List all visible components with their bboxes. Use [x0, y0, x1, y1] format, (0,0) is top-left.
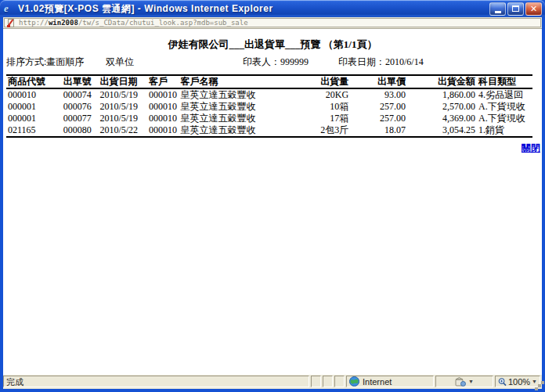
report-table: 商品代號 出單號 出貨日期 客戶 客戶名稱 出貨量 出單價 出貨金額 科目類型 … [6, 74, 532, 138]
security-status-icon [455, 377, 466, 387]
cell-account-type: 4.劣品退回 [477, 88, 532, 101]
window-controls: ✕ [489, 2, 542, 16]
cell-quantity: 17箱 [298, 113, 350, 124]
cell-ship-date: 2010/5/19 [98, 88, 147, 101]
table-row: 000010 000074 2010/5/19 000010 皇英立達五穀豐收 … [6, 88, 532, 101]
report-title: 伊娃有限公司___出退貨單___預覽 （第1/1頁） [3, 38, 542, 50]
zoom-dropdown-arrow-icon: ▼ [532, 379, 537, 384]
status-text-panel: 完成 [3, 376, 309, 387]
security-status-panel[interactable]: ▼ [435, 376, 493, 387]
status-spacer-panel [311, 376, 321, 387]
cell-amount: 1,860.00 [407, 88, 477, 101]
cell-account-type: A.下貨現收 [477, 113, 532, 124]
cell-order-no: 000077 [62, 113, 99, 124]
security-dropdown-arrow-icon: ▼ [468, 379, 474, 384]
cell-quantity: 10箱 [298, 101, 350, 113]
cell-quantity: 20KG [298, 88, 350, 101]
cell-ship-date: 2010/5/19 [98, 113, 147, 124]
close-link-row: 關閉 [3, 140, 542, 154]
header-row: 商品代號 出單號 出貨日期 客戶 客戶名稱 出貨量 出單價 出貨金額 科目類型 [6, 75, 532, 88]
cell-product-code: 021165 [6, 124, 62, 137]
cell-amount: 4,369.00 [407, 113, 477, 124]
cell-unit-price: 93.00 [350, 88, 407, 101]
col-header-ship-date: 出貨日期 [98, 75, 147, 88]
page-icon [7, 19, 16, 27]
cell-order-no: 000076 [62, 101, 99, 113]
url-host: win2008 [49, 19, 78, 27]
print-date-info: 印表日期：2010/6/14 [338, 56, 424, 67]
printer-value: 999999 [280, 56, 309, 67]
report-meta: 排序方式:畫面順序 双单位 印表人：999999 印表日期：2010/6/14 [3, 56, 542, 67]
cell-customer-name: 皇英立達五穀豐收 [179, 124, 298, 137]
document-area: 伊娃有限公司___出退貨單___預覽 （第1/1頁） 排序方式:畫面順序 双单位… [3, 29, 542, 374]
cell-order-no: 000074 [62, 88, 99, 101]
col-header-customer-name: 客戶名稱 [179, 75, 298, 88]
minimize-icon [495, 11, 501, 13]
title-bar[interactable]: e V1.02預覽[X-POS 雲通網] - Windows Internet … [0, 0, 545, 17]
table-row: 021165 000080 2010/5/22 000010 皇英立達五穀豐收 … [6, 124, 532, 137]
zoom-control-panel[interactable]: 100% ▼ [495, 376, 540, 387]
url-text: http://win2008/tw/s_CData/chutui_look.as… [19, 19, 248, 27]
printer-info: 印表人：999999 [243, 56, 309, 67]
maximize-button[interactable] [507, 2, 524, 16]
dual-unit-label: 双单位 [106, 56, 134, 67]
cell-customer: 000010 [147, 88, 179, 101]
col-header-product-code: 商品代號 [6, 75, 62, 88]
cell-ship-date: 2010/5/22 [98, 124, 147, 137]
close-report-link[interactable]: 關閉 [522, 142, 540, 153]
cell-product-code: 000001 [6, 101, 62, 113]
window-title: V1.02預覽[X-POS 雲通網] - Windows Internet Ex… [18, 0, 489, 17]
col-header-quantity: 出貨量 [298, 75, 350, 88]
cell-customer: 000010 [147, 113, 179, 124]
cell-amount: 3,054.25 [407, 124, 477, 137]
cell-product-code: 000010 [6, 88, 62, 101]
cell-product-code: 000001 [6, 113, 62, 124]
close-icon: ✕ [530, 5, 537, 13]
cell-quantity: 2包3斤 [298, 124, 350, 137]
status-spacer-panel [334, 376, 345, 387]
cell-customer-name: 皇英立達五穀豐收 [179, 113, 298, 124]
col-header-order-no: 出單號 [62, 75, 99, 88]
maximize-icon [512, 5, 519, 12]
close-button[interactable]: ✕ [525, 2, 542, 16]
cell-customer: 000010 [147, 101, 179, 113]
url-scheme: http:// [19, 19, 49, 27]
cell-customer-name: 皇英立達五穀豐收 [179, 88, 298, 101]
cell-unit-price: 257.00 [350, 101, 407, 113]
address-bar: http://win2008/tw/s_CData/chutui_look.as… [3, 17, 542, 29]
globe-icon [349, 376, 359, 387]
col-header-customer: 客戶 [147, 75, 179, 88]
status-text: 完成 [6, 376, 23, 387]
cell-account-type: 1.銷貨 [477, 124, 532, 137]
print-date-label: 印表日期： [338, 56, 385, 67]
cell-unit-price: 18.07 [350, 124, 407, 137]
ie-logo-icon: e [4, 3, 15, 14]
cell-unit-price: 257.00 [350, 113, 407, 124]
printer-label: 印表人： [243, 56, 280, 67]
col-header-unit-price: 出單價 [350, 75, 407, 88]
resize-grip[interactable] [538, 384, 541, 387]
zone-label: Internet [363, 376, 392, 387]
table-row: 000001 000076 2010/5/19 000010 皇英立達五穀豐收 … [6, 101, 532, 113]
cell-ship-date: 2010/5/19 [98, 101, 147, 113]
status-spacer-panel [323, 376, 333, 387]
status-bar: 完成 Internet ▼ [3, 374, 542, 389]
url-path: /tw/s_CData/chutui_look.asp?mdb=sub_sale [78, 19, 248, 27]
cell-amount: 2,570.00 [407, 101, 477, 113]
cell-account-type: A.下貨現收 [477, 101, 532, 113]
sort-mode-label: 排序方式:畫面順序 [6, 56, 84, 67]
url-field[interactable]: http://win2008/tw/s_CData/chutui_look.as… [4, 18, 541, 27]
zoom-magnifier-icon [498, 377, 507, 387]
zoom-level: 100% [508, 376, 530, 387]
col-header-amount: 出貨金額 [407, 75, 477, 88]
minimize-button[interactable] [489, 2, 506, 16]
browser-window: e V1.02預覽[X-POS 雲通網] - Windows Internet … [0, 0, 545, 392]
cell-order-no: 000080 [62, 124, 99, 137]
table-row: 000001 000077 2010/5/19 000010 皇英立達五穀豐收 … [6, 113, 532, 124]
cell-customer: 000010 [147, 124, 179, 137]
cell-customer-name: 皇英立達五穀豐收 [179, 101, 298, 113]
internet-zone-panel[interactable]: Internet [346, 376, 434, 387]
col-header-account-type: 科目類型 [477, 75, 532, 88]
print-date-value: 2010/6/14 [385, 56, 424, 67]
